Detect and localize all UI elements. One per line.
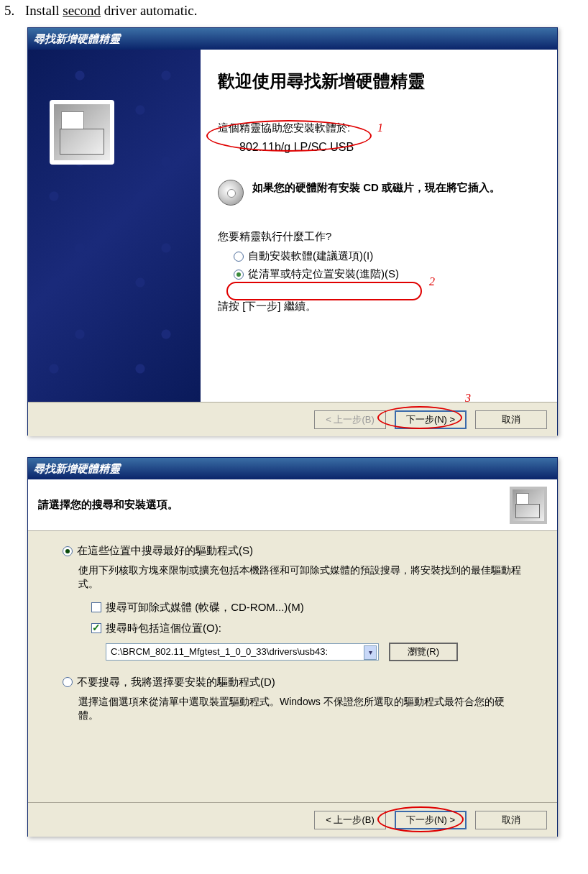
titlebar[interactable]: 尋找新增硬體精靈 (28, 28, 557, 50)
cd-prompt-text: 如果您的硬體附有安裝 CD 或磁片，現在將它插入。 (252, 180, 500, 195)
radio-list-install[interactable]: 從清單或特定位置安裝(進階)(S) (234, 267, 540, 281)
browse-button[interactable]: 瀏覽(R) (389, 643, 458, 661)
document-step: 5. Install second driver automatic. (4, 3, 198, 19)
button-bar: < 上一步(B) 下一步(N) > 取消 (28, 802, 557, 837)
checkbox-label: 搜尋可卸除式媒體 (軟碟，CD-ROM...)(M) (106, 601, 304, 615)
device-name: 802.11b/g LP/SC USB (239, 141, 540, 154)
radio-dont-search[interactable]: 不要搜尋，我將選擇要安裝的驅動程式(D) (63, 676, 523, 689)
radio-icon (234, 252, 244, 262)
cd-icon (218, 180, 244, 206)
radio-icon (63, 546, 73, 556)
path-value: C:\BRCM_802.11_Mfgtest_1_0_0_33\drivers\… (111, 646, 328, 657)
search-option-block: 在這些位置中搜尋最好的驅動程式(S) 使用下列核取方塊來限制或擴充包括本機路徑和… (63, 544, 523, 661)
titlebar[interactable]: 尋找新增硬體精靈 (28, 458, 557, 479)
wizard-sidebar (28, 50, 201, 402)
checkbox-label: 搜尋時包括這個位置(O): (106, 622, 221, 635)
install-option-group: 自動安裝軟體(建議選項)(I) 從清單或特定位置安裝(進階)(S) (234, 249, 540, 281)
device-installer-icon (50, 100, 114, 165)
wizard-question: 您要精靈執行什麼工作? (218, 230, 540, 244)
device-installer-icon (510, 487, 547, 524)
radio-auto-install[interactable]: 自動安裝軟體(建議選項)(I) (234, 249, 540, 263)
help-text: 這個精靈協助您安裝軟體於: (218, 121, 540, 135)
nosearch-option-block: 不要搜尋，我將選擇要安裝的驅動程式(D) 選擇這個選項來從清單中選取裝置驅動程式… (63, 676, 523, 722)
subheader-title: 請選擇您的搜尋和安裝選項。 (38, 498, 178, 512)
back-button[interactable]: < 上一步(B) (314, 811, 386, 829)
search-description: 使用下列核取方塊來限制或擴充包括本機路徑和可卸除式媒體的預設搜尋，將安裝找到的最… (78, 564, 523, 591)
step-number: 5. (4, 3, 14, 18)
radio-label: 從清單或特定位置安裝(進階)(S) (248, 267, 399, 281)
next-button[interactable]: 下一步(N) > (395, 811, 467, 829)
checkbox-removable-media[interactable]: 搜尋可卸除式媒體 (軟碟，CD-ROM...)(M) (91, 601, 523, 615)
annotation-circle-2 (226, 282, 422, 300)
found-new-hardware-wizard-1: 尋找新增硬體精靈 歡迎使用尋找新增硬體精靈 這個精靈協助您安裝軟體於: 802.… (27, 27, 558, 436)
cd-prompt-row: 如果您的硬體附有安裝 CD 或磁片，現在將它插入。 (218, 180, 540, 206)
radio-search-locations[interactable]: 在這些位置中搜尋最好的驅動程式(S) (63, 544, 523, 558)
wizard-welcome-title: 歡迎使用尋找新增硬體精靈 (218, 70, 540, 93)
radio-icon (63, 677, 73, 687)
wizard-content: 在這些位置中搜尋最好的驅動程式(S) 使用下列核取方塊來限制或擴充包括本機路徑和… (28, 531, 557, 802)
back-button: < 上一步(B) (314, 410, 386, 429)
path-row: C:\BRCM_802.11_Mfgtest_1_0_0_33\drivers\… (106, 643, 523, 661)
wizard-subheader: 請選擇您的搜尋和安裝選項。 (28, 479, 557, 531)
wizard-content: 歡迎使用尋找新增硬體精靈 這個精靈協助您安裝軟體於: 802.11b/g LP/… (201, 50, 557, 402)
checkbox-icon (91, 602, 101, 612)
found-new-hardware-wizard-2: 尋找新增硬體精靈 請選擇您的搜尋和安裝選項。 在這些位置中搜尋最好的驅動程式(S… (27, 457, 558, 837)
radio-label: 在這些位置中搜尋最好的驅動程式(S) (77, 544, 253, 558)
path-combobox[interactable]: C:\BRCM_802.11_Mfgtest_1_0_0_33\drivers\… (106, 643, 379, 661)
checkbox-include-location[interactable]: 搜尋時包括這個位置(O): (91, 622, 523, 635)
window-title: 尋找新增硬體精靈 (34, 462, 120, 476)
nosearch-description: 選擇這個選項來從清單中選取裝置驅動程式。Windows 不保證您所選取的驅動程式… (78, 695, 523, 722)
cancel-button[interactable]: 取消 (475, 410, 547, 429)
next-button[interactable]: 下一步(N) > (395, 410, 467, 429)
continue-instruction: 請按 [下一步] 繼續。 (218, 300, 540, 313)
button-bar: < 上一步(B) 下一步(N) > 取消 3 (28, 402, 557, 436)
radio-label: 不要搜尋，我將選擇要安裝的驅動程式(D) (77, 676, 275, 689)
window-title: 尋找新增硬體精靈 (34, 32, 120, 46)
radio-label: 自動安裝軟體(建議選項)(I) (248, 249, 373, 263)
cancel-button[interactable]: 取消 (475, 811, 547, 829)
radio-icon (234, 270, 244, 280)
checkbox-icon (91, 623, 101, 633)
